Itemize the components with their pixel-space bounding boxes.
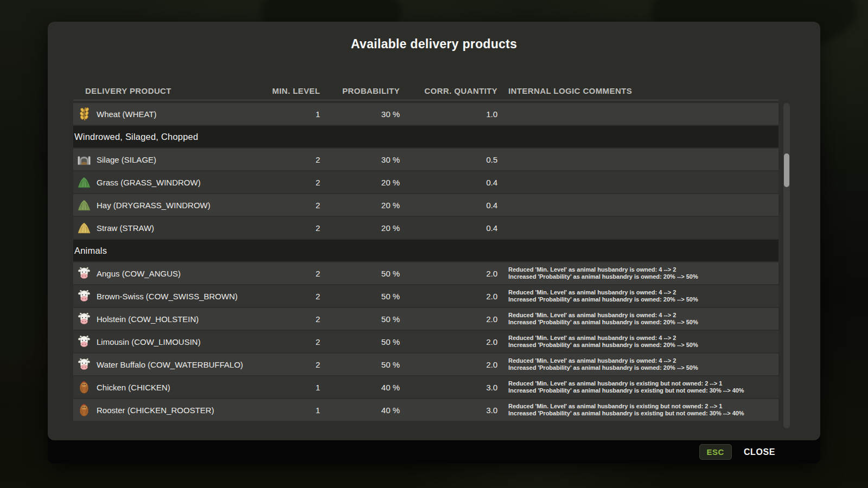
logic-comments: Reduced 'Min. Level' as animal husbandry… [497,357,778,371]
quantity-value: 0.4 [400,201,497,210]
quantity-value: 2.0 [400,292,497,301]
table-row-silage[interactable]: Silage (SILAGE) 2 30 % 0.5 [73,149,778,170]
comment-line: Reduced 'Min. Level' as animal husbandry… [508,357,778,364]
probability-value: 40 % [320,406,400,415]
comment-line: Reduced 'Min. Level' as animal husbandry… [508,335,778,342]
table-row-rooster[interactable]: Rooster (CHICKEN_ROOSTER) 1 40 % 3.0 Red… [73,399,778,421]
section-label: Windrowed, Silaged, Chopped [74,132,198,142]
quantity-value: 2.0 [400,360,497,369]
table-row-water-buffalo[interactable]: Water Buffalo (COW_WATERBUFFALO) 2 50 % … [73,354,778,375]
cow-icon [77,357,91,371]
esc-key-hint[interactable]: ESC [699,444,732,460]
table-scrollbar[interactable] [783,103,790,428]
min-level-value: 2 [253,223,320,233]
probability-value: 20 % [320,223,400,233]
quantity-value: 0.4 [400,223,497,233]
table-row-grass[interactable]: Grass (GRASS_WINDROW) 2 20 % 0.4 [73,171,778,193]
dialog-title: Available delivery products [48,37,820,52]
min-level-value: 2 [253,269,320,278]
comment-line: Increased 'Probability' as animal husban… [508,410,778,417]
cow-icon [77,289,91,303]
comment-line: Reduced 'Min. Level' as animal husbandry… [508,380,778,387]
comment-line: Increased 'Probability' as animal husban… [508,342,778,349]
quantity-value: 0.5 [400,155,497,164]
min-level-value: 2 [253,201,320,210]
product-name: Rooster (CHICKEN_ROOSTER) [97,406,214,415]
product-name: Water Buffalo (COW_WATERBUFFALO) [97,360,243,369]
table-row-chicken[interactable]: Chicken (CHICKEN) 1 40 % 3.0 Reduced 'Mi… [73,376,778,398]
comment-line: Reduced 'Min. Level' as animal husbandry… [508,403,778,410]
cow-icon [77,266,91,280]
probability-value: 40 % [320,383,400,392]
product-name: Silage (SILAGE) [97,155,156,164]
comment-line: Increased 'Probability' as animal husban… [508,364,778,371]
quantity-value: 1.0 [400,110,497,119]
min-level-value: 2 [253,314,320,324]
product-name: Angus (COW_ANGUS) [97,269,181,278]
probability-value: 50 % [320,360,400,369]
column-header-corr-quantity: CORR. QUANTITY [400,86,497,95]
game-background: Available delivery products DELIVERY PRO… [0,0,868,488]
table-row-limousin[interactable]: Limousin (COW_LIMOUSIN) 2 50 % 2.0 Reduc… [73,331,778,352]
min-level-value: 2 [253,178,320,187]
quantity-value: 3.0 [400,406,497,415]
product-name: Brown-Swiss (COW_SWISS_BROWN) [97,292,238,301]
probability-value: 50 % [320,292,400,301]
min-level-value: 1 [253,110,320,119]
product-name: Hay (DRYGRASS_WINDROW) [97,201,210,210]
product-name: Straw (STRAW) [97,223,154,233]
quantity-value: 2.0 [400,269,497,278]
quantity-value: 3.0 [400,383,497,392]
probability-value: 50 % [320,337,400,346]
wheat-icon [77,107,91,121]
table-row-angus[interactable]: Angus (COW_ANGUS) 2 50 % 2.0 Reduced 'Mi… [73,262,778,284]
comment-line: Increased 'Probability' as animal husban… [508,319,778,326]
comment-line: Reduced 'Min. Level' as animal husbandry… [508,312,778,319]
probability-value: 20 % [320,201,400,210]
logic-comments: Reduced 'Min. Level' as animal husbandry… [497,289,778,303]
section-label: Animals [74,246,107,255]
delivery-products-dialog: Available delivery products DELIVERY PRO… [48,22,820,464]
min-level-value: 2 [253,155,320,164]
probability-value: 20 % [320,178,400,187]
min-level-value: 1 [253,383,320,392]
table-row-straw[interactable]: Straw (STRAW) 2 20 % 0.4 [73,217,778,239]
dialog-panel: Available delivery products DELIVERY PRO… [48,22,820,440]
table-row-holstein[interactable]: Holstein (COW_HOLSTEIN) 2 50 % 2.0 Reduc… [73,308,778,330]
column-header-probability: PROBABILITY [320,86,400,95]
table-header-row: DELIVERY PRODUCT MIN. LEVEL PROBABILITY … [73,81,778,100]
probability-value: 30 % [320,155,400,164]
logic-comments: Reduced 'Min. Level' as animal husbandry… [497,403,778,417]
silage-icon [77,152,91,166]
quantity-value: 0.4 [400,178,497,187]
comment-line: Increased 'Probability' as animal husban… [508,387,778,394]
logic-comments: Reduced 'Min. Level' as animal husbandry… [497,266,778,280]
product-name: Wheat (WHEAT) [97,110,157,119]
logic-comments: Reduced 'Min. Level' as animal husbandry… [497,335,778,349]
comment-line: Increased 'Probability' as animal husban… [508,273,778,280]
column-header-min-level: MIN. LEVEL [253,86,320,95]
probability-value: 50 % [320,314,400,324]
logic-comments: Reduced 'Min. Level' as animal husbandry… [497,312,778,326]
product-table: Wheat (WHEAT) 1 30 % 1.0 Windrowed, Sila… [73,103,778,428]
column-header-internal-logic-comments: INTERNAL LOGIC COMMENTS [497,86,778,95]
min-level-value: 2 [253,337,320,346]
comment-line: Reduced 'Min. Level' as animal husbandry… [508,266,778,273]
probability-value: 50 % [320,269,400,278]
product-name: Holstein (COW_HOLSTEIN) [97,314,199,324]
close-button[interactable]: CLOSE [741,447,778,458]
product-name: Limousin (COW_LIMOUSIN) [97,337,201,346]
table-row-brown-swiss[interactable]: Brown-Swiss (COW_SWISS_BROWN) 2 50 % 2.0… [73,285,778,307]
table-row-hay[interactable]: Hay (DRYGRASS_WINDROW) 2 20 % 0.4 [73,194,778,216]
comment-line: Reduced 'Min. Level' as animal husbandry… [508,289,778,296]
product-name: Grass (GRASS_WINDROW) [97,178,201,187]
logic-comments: Reduced 'Min. Level' as animal husbandry… [497,380,778,394]
hay-icon [77,198,91,212]
scrollbar-thumb[interactable] [784,153,789,187]
dialog-footer: ESC CLOSE [48,440,820,464]
cow-icon [77,335,91,349]
quantity-value: 2.0 [400,314,497,324]
table-row-wheat[interactable]: Wheat (WHEAT) 1 30 % 1.0 [73,103,778,125]
min-level-value: 2 [253,360,320,369]
min-level-value: 1 [253,406,320,415]
